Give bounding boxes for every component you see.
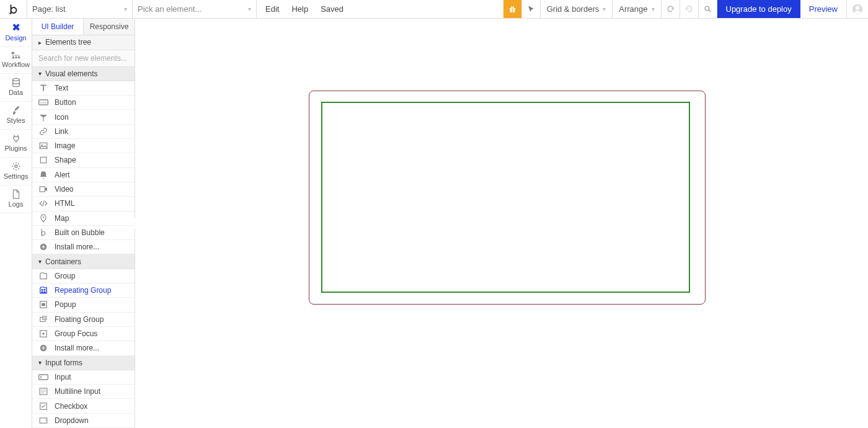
pointer-tool[interactable]	[522, 0, 541, 18]
tab-responsive[interactable]: Responsive	[84, 19, 135, 35]
element-item-popup[interactable]: Popup	[32, 298, 135, 312]
element-item-label: Popup	[55, 300, 76, 309]
chevron-down-icon: ▾	[603, 6, 606, 12]
input-icon	[38, 374, 48, 380]
bubble-logo-icon	[8, 4, 19, 15]
element-picker[interactable]: Pick an element... ▾	[133, 0, 257, 18]
section-elements-tree[interactable]: ▸ Elements tree	[32, 35, 135, 50]
element-item-install-more[interactable]: Install more...	[32, 240, 135, 254]
toolbar-spacer	[352, 0, 503, 18]
plug-icon	[11, 133, 21, 143]
element-item-label: Multiline Input	[55, 387, 100, 396]
element-item-shape[interactable]: Shape	[32, 153, 135, 167]
rail-design[interactable]: ✖ Design	[0, 19, 32, 47]
database-icon	[11, 78, 21, 87]
arrange-dropdown[interactable]: Arrange ▾	[613, 0, 661, 18]
rail-label: Logs	[9, 200, 24, 208]
rail-label: Plugins	[4, 145, 27, 152]
group-icon	[38, 272, 48, 280]
rail-label: Styles	[7, 117, 25, 124]
rail-data[interactable]: Data	[0, 74, 32, 102]
element-item-multiline-input[interactable]: Multiline Input	[32, 385, 135, 399]
element-item-label: Dropdown	[55, 416, 89, 425]
element-item-repeating-group[interactable]: Repeating Group	[32, 283, 135, 298]
element-item-button[interactable]: CLICKButton	[32, 96, 135, 110]
element-item-image[interactable]: Image	[32, 139, 135, 153]
element-item-group-focus[interactable]: Group Focus	[32, 327, 135, 341]
visual-elements-list: TextCLICKButtonIconLinkImageShapeAlertVi…	[32, 81, 135, 255]
element-item-floating-group[interactable]: Floating Group	[32, 313, 135, 327]
tab-ui-builder[interactable]: UI Builder	[32, 19, 84, 35]
top-toolbar: Page: list ▾ Pick an element... ▾ Edit H…	[0, 0, 868, 19]
element-item-dropdown[interactable]: Dropdown	[32, 414, 135, 428]
grid-borders-label: Grid & borders	[547, 4, 600, 14]
svg-rect-22	[40, 158, 46, 163]
brush-icon	[11, 105, 21, 115]
caret-down-icon: ▾	[38, 359, 42, 366]
section-input-forms[interactable]: ▾ Input forms	[32, 356, 135, 370]
chevron-down-icon: ▾	[248, 6, 251, 12]
svg-rect-11	[12, 56, 14, 58]
rail-logs[interactable]: Logs	[0, 185, 32, 213]
undo-icon	[666, 4, 675, 14]
svg-point-0	[9, 12, 11, 14]
svg-rect-3	[512, 8, 513, 12]
svg-point-24	[43, 216, 44, 218]
link-icon	[38, 127, 48, 136]
editor-canvas[interactable]	[135, 19, 868, 428]
element-item-built-on-bubble[interactable]: Built on Bubble	[32, 226, 135, 240]
element-item-input[interactable]: Input	[32, 370, 135, 385]
group-focus-icon	[38, 329, 48, 338]
element-item-label: Input	[55, 373, 71, 381]
element-item-group[interactable]: Group	[32, 269, 135, 283]
element-item-label: Image	[55, 141, 75, 150]
rail-workflow[interactable]: Workflow	[0, 47, 32, 74]
elements-panel: UI Builder Responsive ▸ Elements tree ▾ …	[32, 19, 135, 428]
caret-down-icon: ▾	[38, 258, 42, 265]
svg-text:CLICK: CLICK	[40, 101, 47, 104]
search-button[interactable]	[699, 0, 717, 18]
rail-plugins[interactable]: Plugins	[0, 130, 32, 158]
rail-styles[interactable]: Styles	[0, 102, 32, 130]
alert-icon	[38, 171, 48, 179]
containers-list: GroupRepeating GroupPopupFloating GroupG…	[32, 269, 135, 356]
element-item-video[interactable]: Video	[32, 182, 135, 197]
button-icon: CLICK	[38, 99, 48, 105]
undo-button[interactable]	[662, 0, 680, 18]
upgrade-button[interactable]: Upgrade to deploy	[717, 0, 800, 18]
section-containers[interactable]: ▾ Containers	[32, 254, 135, 269]
menu-help[interactable]: Help	[291, 4, 308, 14]
cursor-icon	[527, 5, 535, 14]
svg-rect-20	[40, 143, 47, 149]
document-icon	[12, 189, 20, 199]
rail-label: Workflow	[2, 61, 30, 68]
app-logo[interactable]	[0, 0, 27, 18]
redo-icon	[685, 4, 693, 14]
element-item-install-more[interactable]: Install more...	[32, 341, 135, 355]
search-icon	[704, 4, 712, 14]
preview-button[interactable]: Preview	[800, 0, 847, 18]
search-input[interactable]	[32, 50, 135, 66]
repeating-group-outline[interactable]	[321, 102, 690, 293]
image-icon	[38, 141, 48, 150]
section-label: Elements tree	[45, 38, 91, 47]
element-item-map[interactable]: Map	[32, 212, 135, 226]
element-item-checkbox[interactable]: Checkbox	[32, 399, 135, 413]
svg-rect-40	[40, 418, 47, 423]
page-selector[interactable]: Page: list ▾	[27, 0, 133, 18]
element-item-text[interactable]: Text	[32, 81, 135, 96]
element-item-link[interactable]: Link	[32, 125, 135, 139]
user-avatar[interactable]	[847, 0, 868, 18]
rail-settings[interactable]: Settings	[0, 158, 32, 185]
element-item-alert[interactable]: Alert	[32, 168, 135, 182]
element-item-label: Video	[55, 185, 73, 194]
menu-edit[interactable]: Edit	[265, 4, 279, 14]
element-item-html[interactable]: HTML	[32, 197, 135, 211]
element-item-icon[interactable]: Icon	[32, 110, 135, 124]
svg-point-31	[42, 332, 45, 335]
gift-button[interactable]	[503, 0, 522, 18]
section-visual-elements[interactable]: ▾ Visual elements	[32, 67, 135, 81]
rail-label: Design	[5, 34, 26, 42]
grid-borders-dropdown[interactable]: Grid & borders ▾	[541, 0, 613, 18]
redo-button[interactable]	[680, 0, 699, 18]
